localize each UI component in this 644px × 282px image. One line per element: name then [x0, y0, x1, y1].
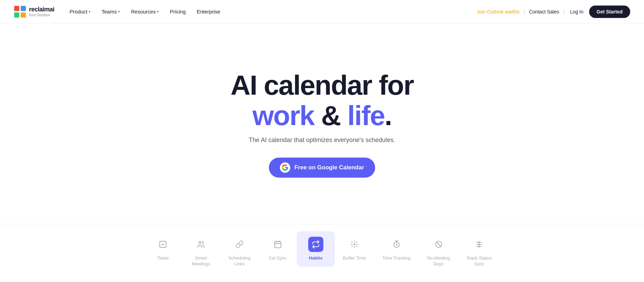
time-tracking-icon — [389, 237, 404, 252]
hero-title-life: life — [348, 100, 385, 131]
nav-link-enterprise[interactable]: Enterprise — [193, 6, 224, 17]
slack-status-sync-label: Slack Status Sync — [467, 255, 491, 267]
chevron-down-icon: ▾ — [89, 10, 90, 13]
main-nav: reclaimai from Dropbox Product ▾ Teams ▾… — [0, 0, 644, 24]
nav-divider-2: | — [563, 9, 565, 15]
nav-divider: | — [524, 9, 525, 15]
google-cta-label: Free on Google Calendar — [294, 164, 364, 171]
cal-sync-label: Cal Sync — [269, 255, 287, 261]
feature-item-tasks[interactable]: Tasks — [144, 231, 182, 267]
hero-section: AI calendar for work & life. The AI cale… — [0, 24, 644, 217]
logo-icon — [14, 6, 26, 18]
google-icon — [280, 162, 290, 173]
feature-item-habits[interactable]: Habits — [297, 231, 335, 267]
no-meeting-days-label: No-Meeting Days — [427, 255, 450, 267]
smart-meetings-label: Smart Meetings — [192, 255, 210, 267]
cal-sync-icon — [270, 237, 285, 252]
svg-rect-0 — [14, 6, 19, 11]
contact-sales-link[interactable]: Contact Sales — [529, 9, 559, 15]
get-started-button[interactable]: Get Started — [589, 6, 630, 18]
hero-title: AI calendar for work & life. — [231, 70, 413, 131]
nav-link-resources[interactable]: Resources ▾ — [127, 6, 163, 17]
chevron-down-icon: ▾ — [157, 10, 159, 13]
buffer-time-icon — [347, 237, 362, 252]
feature-item-buffer-time[interactable]: Buffer Time — [335, 231, 374, 267]
habits-label: Habits — [309, 255, 323, 261]
svg-point-10 — [354, 244, 355, 245]
join-waitlist-link[interactable]: Join Outlook waitlist — [477, 9, 519, 15]
nav-link-pricing[interactable]: Pricing — [166, 6, 190, 17]
svg-rect-2 — [14, 12, 19, 18]
svg-rect-1 — [21, 6, 26, 11]
google-cta-button[interactable]: Free on Google Calendar — [269, 158, 375, 178]
features-bar: TasksSmart MeetingsScheduling LinksCal S… — [0, 224, 644, 280]
svg-line-13 — [436, 242, 441, 247]
svg-rect-6 — [275, 242, 281, 248]
chevron-down-icon: ▾ — [118, 10, 120, 13]
brand-name: reclaimai — [29, 6, 55, 13]
feature-item-smart-meetings[interactable]: Smart Meetings — [182, 231, 220, 273]
hero-title-and: & — [314, 100, 347, 131]
hero-subtitle: The AI calendar that optimizes everyone'… — [249, 137, 396, 144]
no-meeting-days-icon — [431, 237, 446, 252]
feature-item-scheduling-links[interactable]: Scheduling Links — [220, 231, 258, 273]
logo-text: reclaimai from Dropbox — [29, 6, 55, 17]
smart-meetings-icon — [193, 237, 208, 252]
nav-link-teams[interactable]: Teams ▾ — [97, 6, 124, 17]
nav-left: reclaimai from Dropbox Product ▾ Teams ▾… — [14, 6, 224, 18]
logo[interactable]: reclaimai from Dropbox — [14, 6, 55, 18]
brand-sub: from Dropbox — [29, 13, 55, 17]
time-tracking-label: Time Tracking — [382, 255, 410, 261]
feature-item-cal-sync[interactable]: Cal Sync — [259, 231, 297, 267]
feature-item-time-tracking[interactable]: Time Tracking — [374, 231, 419, 267]
buffer-time-label: Buffer Time — [343, 255, 366, 261]
feature-item-slack-status-sync[interactable]: Slack Status Sync — [458, 231, 500, 273]
nav-link-product[interactable]: Product ▾ — [66, 6, 95, 17]
slack-status-sync-icon — [471, 237, 487, 252]
hero-title-period: . — [384, 100, 391, 131]
nav-links: Product ▾ Teams ▾ Resources ▾ Pricing En… — [66, 6, 225, 17]
tasks-label: Tasks — [157, 255, 169, 261]
hero-title-work: work — [253, 100, 314, 131]
feature-item-no-meeting-days[interactable]: No-Meeting Days — [419, 231, 458, 273]
scheduling-links-label: Scheduling Links — [228, 255, 250, 267]
tasks-icon — [155, 237, 170, 252]
habits-icon — [308, 237, 323, 252]
svg-point-5 — [199, 242, 201, 244]
svg-rect-3 — [21, 12, 26, 18]
scheduling-links-icon — [232, 237, 247, 252]
login-button[interactable]: Log In — [569, 6, 585, 17]
nav-right: Join Outlook waitlist | Contact Sales | … — [477, 6, 630, 18]
